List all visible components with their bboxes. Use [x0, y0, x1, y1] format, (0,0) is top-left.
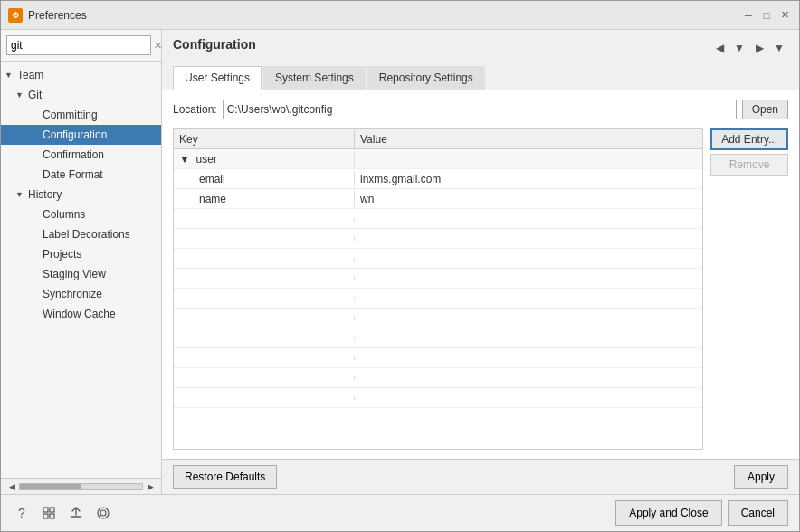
sidebar-item-staging-view-label: Staging View [43, 268, 106, 280]
tab-system-settings[interactable]: System Settings [263, 66, 366, 90]
sidebar-item-configuration-label: Configuration [43, 128, 107, 141]
table-row[interactable]: email inxms.gmail.com [174, 169, 702, 189]
preferences-window: ⚙ Preferences ─ □ ✕ ✕ ▼ Team ▼ [0, 0, 800, 532]
settings-icon[interactable] [93, 503, 113, 523]
sidebar-scrollbar[interactable]: ◀ ▶ [1, 478, 161, 494]
table-row-empty-1 [174, 209, 702, 229]
col-header-key: Key [174, 130, 355, 148]
sidebar-item-team[interactable]: ▼ Team [1, 65, 161, 85]
footer-buttons: Apply and Close Cancel [615, 500, 788, 526]
empty-key [174, 337, 355, 340]
preferences-icon[interactable] [39, 503, 59, 523]
sidebar-item-history[interactable]: ▼ History [1, 185, 161, 204]
empty-key [174, 277, 355, 280]
sidebar-item-date-format[interactable]: Date Format [1, 165, 161, 185]
empty-val [355, 356, 702, 360]
row-key-email: email [174, 171, 355, 187]
sidebar-item-confirmation-label: Confirmation [43, 148, 104, 161]
sidebar-item-label-decorations[interactable]: Label Decorations [1, 224, 161, 244]
search-input[interactable] [6, 35, 151, 55]
empty-val [355, 277, 702, 280]
table-row[interactable]: ▼ user [174, 149, 702, 169]
content-panel: Configuration ◀ ▼ ▶ ▼ User Settings Syst… [162, 30, 799, 494]
table-header: Key Value [174, 129, 702, 149]
footer-icons: ? [12, 503, 113, 523]
page-title: Configuration [173, 37, 256, 52]
back-button[interactable]: ◀ [710, 39, 729, 57]
table-side-buttons: Add Entry... Remove [703, 128, 788, 176]
scroll-track[interactable] [19, 483, 143, 490]
tab-user-settings[interactable]: User Settings [173, 66, 262, 90]
empty-val [355, 237, 702, 241]
scroll-left-button[interactable]: ◀ [5, 480, 19, 494]
nav-dropdown-button[interactable]: ▼ [770, 39, 788, 57]
expand-label-dec-icon [30, 230, 43, 239]
apply-and-close-button[interactable]: Apply and Close [615, 500, 721, 526]
expand-date-format-icon [30, 170, 43, 179]
expand-staging-icon [30, 270, 43, 279]
scroll-thumb [20, 484, 81, 489]
forward-button[interactable]: ▼ [730, 39, 748, 57]
maximize-button[interactable]: □ [759, 8, 774, 23]
config-table: Key Value ▼ user email [173, 128, 703, 450]
sidebar-item-window-cache[interactable]: Window Cache [1, 304, 161, 324]
svg-point-5 [98, 508, 109, 518]
location-row: Location: Open [173, 100, 788, 119]
row-value-email: inxms.gmail.com [355, 171, 702, 187]
cancel-button[interactable]: Cancel [728, 500, 788, 526]
content-header: Configuration ◀ ▼ ▶ ▼ User Settings Syst… [162, 30, 799, 90]
remove-button[interactable]: Remove [710, 154, 788, 176]
sidebar: ✕ ▼ Team ▼ Git Committing [1, 30, 162, 494]
add-entry-button[interactable]: Add Entry... [710, 128, 788, 150]
sidebar-item-projects[interactable]: Projects [1, 244, 161, 264]
content-body: Location: Open Key Value ▼ [162, 90, 799, 459]
table-with-buttons: Key Value ▼ user email [173, 128, 788, 450]
expand-history-icon: ▼ [15, 190, 28, 199]
search-bar: ✕ [1, 30, 161, 62]
scroll-right-button[interactable]: ▶ [143, 480, 157, 494]
apply-button[interactable]: Apply [734, 465, 788, 489]
minimize-button[interactable]: ─ [741, 8, 756, 23]
expand-git-icon: ▼ [15, 90, 28, 100]
search-clear-icon[interactable]: ✕ [154, 40, 162, 52]
restore-defaults-button[interactable]: Restore Defaults [173, 465, 277, 489]
sidebar-item-synchronize[interactable]: Synchronize [1, 284, 161, 304]
table-row-empty-5 [174, 289, 702, 309]
empty-val [355, 317, 702, 320]
col-header-value: Value [355, 130, 702, 148]
row-value-user [355, 157, 702, 161]
sidebar-item-columns[interactable]: Columns [1, 204, 161, 224]
footer: ? Apply and [1, 494, 799, 531]
table-row[interactable]: name wn [174, 189, 702, 209]
empty-val [355, 337, 702, 340]
table-row-empty-4 [174, 269, 702, 289]
help-icon[interactable]: ? [12, 503, 32, 523]
expand-committing-icon [30, 110, 43, 119]
sidebar-item-staging-view[interactable]: Staging View [1, 264, 161, 284]
empty-key [174, 317, 355, 320]
location-input[interactable] [223, 100, 737, 119]
empty-key [174, 297, 355, 300]
sidebar-item-committing[interactable]: Committing [1, 105, 161, 125]
bottom-bar: Restore Defaults Apply [162, 459, 799, 494]
sidebar-item-configuration[interactable]: Configuration [1, 125, 161, 145]
window-controls: ─ □ ✕ [741, 8, 792, 23]
table-row-empty-9 [174, 368, 702, 388]
empty-val [355, 376, 702, 380]
row-value-name: wn [355, 191, 702, 207]
expand-projects-icon [30, 250, 43, 259]
empty-val [355, 257, 702, 261]
export-icon[interactable] [66, 503, 86, 523]
sidebar-item-history-label: History [28, 188, 62, 201]
nav-arrows: ◀ ▼ ▶ ▼ [710, 39, 788, 57]
tab-repository-settings[interactable]: Repository Settings [367, 66, 485, 90]
svg-point-4 [100, 510, 106, 516]
nav-more-button[interactable]: ▶ [750, 39, 768, 57]
empty-val [355, 217, 702, 221]
expand-team-icon: ▼ [5, 71, 17, 80]
open-button[interactable]: Open [742, 100, 788, 119]
sidebar-item-git[interactable]: ▼ Git [1, 85, 161, 105]
expand-columns-icon [30, 210, 43, 219]
sidebar-item-confirmation[interactable]: Confirmation [1, 145, 161, 165]
close-button[interactable]: ✕ [777, 8, 792, 23]
